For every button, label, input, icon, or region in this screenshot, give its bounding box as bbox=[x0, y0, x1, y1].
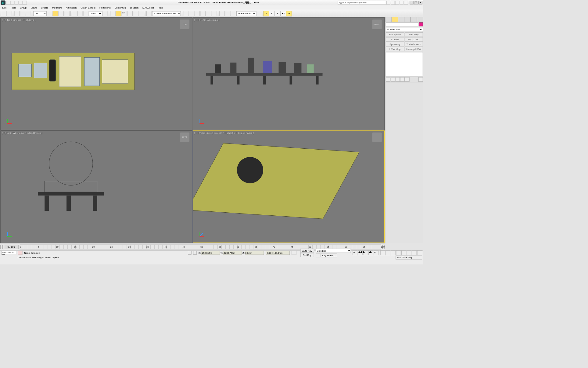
script-listener-icon[interactable] bbox=[18, 251, 22, 255]
tab-modify-icon[interactable] bbox=[392, 17, 398, 22]
selection-filter[interactable]: All bbox=[33, 11, 46, 16]
tab-motion-icon[interactable] bbox=[404, 17, 411, 22]
search-input[interactable] bbox=[338, 1, 386, 5]
axis-z-button[interactable]: Z bbox=[275, 11, 281, 16]
comm-center-icon[interactable] bbox=[391, 1, 395, 5]
axis-xy2-button[interactable]: XY bbox=[286, 11, 292, 16]
viewcube-left-icon[interactable]: LEFT bbox=[180, 133, 190, 142]
mod-unwrapuvw[interactable]: Unwrap UVW bbox=[404, 47, 423, 51]
zoom-extents-icon[interactable] bbox=[391, 250, 396, 255]
favorites-icon[interactable] bbox=[400, 1, 403, 5]
menu-animation[interactable]: Animation bbox=[66, 6, 77, 9]
ref-coord-system[interactable]: View bbox=[89, 11, 102, 16]
menu-views[interactable]: Views bbox=[30, 6, 37, 9]
manipulate-icon[interactable] bbox=[110, 11, 115, 16]
unlink-icon[interactable] bbox=[20, 11, 25, 16]
viewport-front[interactable]: [ + ] Front [ Wireframe ] FRONT bbox=[193, 17, 385, 130]
move-icon[interactable] bbox=[72, 11, 77, 16]
mod-edit-spline[interactable]: Edit Spline bbox=[386, 32, 404, 37]
object-color-swatch[interactable] bbox=[419, 22, 423, 26]
viewcube-top-icon[interactable]: TOP bbox=[180, 19, 190, 29]
window-crossing-icon[interactable] bbox=[64, 11, 69, 16]
menu-customize[interactable]: Customize bbox=[115, 6, 126, 9]
percent-snap-icon[interactable] bbox=[133, 11, 138, 16]
menu-tools[interactable]: Tools bbox=[10, 6, 16, 9]
modifier-sets-icon[interactable] bbox=[418, 77, 423, 82]
welcome-panel[interactable]: Welcome to MA bbox=[1, 251, 16, 255]
mod-symmetry[interactable]: Symmetry bbox=[386, 42, 404, 46]
restore-button[interactable]: ❐ bbox=[414, 1, 418, 4]
advpainter-icon[interactable] bbox=[257, 11, 262, 16]
axis-y-button[interactable]: Y bbox=[269, 11, 275, 16]
setkey-big-icon[interactable] bbox=[316, 253, 320, 257]
orbit-icon[interactable] bbox=[412, 250, 417, 255]
keyboard-shortcut-icon[interactable] bbox=[116, 11, 121, 16]
redo-icon[interactable] bbox=[7, 11, 12, 16]
angle-snap-icon[interactable] bbox=[127, 11, 133, 16]
coord-x-field[interactable] bbox=[201, 251, 220, 255]
scale-icon[interactable] bbox=[83, 11, 88, 16]
setkey-button[interactable]: Set Key bbox=[300, 253, 314, 257]
goto-end-icon[interactable]: ⏭ bbox=[374, 250, 378, 255]
prev-frame-icon[interactable]: ◀◀ bbox=[358, 250, 363, 255]
axis-x-button[interactable]: X bbox=[263, 11, 269, 16]
qat-redo-icon[interactable] bbox=[23, 1, 27, 5]
viewport-left-label[interactable]: [ + ] Left [ Wireframe + Edged Faces ] bbox=[2, 132, 42, 134]
play-icon[interactable]: ▶ bbox=[363, 250, 368, 255]
pan-icon[interactable] bbox=[407, 250, 411, 255]
tab-create-icon[interactable] bbox=[385, 17, 392, 22]
advpainter-dropdown[interactable]: dvPainter.Ad bbox=[236, 11, 256, 16]
select-object-icon[interactable] bbox=[47, 11, 52, 16]
minimize-button[interactable]: – bbox=[410, 1, 414, 4]
help-icon[interactable] bbox=[404, 1, 408, 5]
mod-turbosmooth[interactable]: TurboSmooth bbox=[404, 42, 423, 46]
mod-extrude[interactable]: Extrude bbox=[386, 37, 404, 41]
subscription-icon[interactable] bbox=[395, 1, 399, 5]
app-icon[interactable]: ◎ bbox=[1, 0, 5, 5]
qat-open-icon[interactable] bbox=[10, 1, 14, 5]
zoom-extents-all-icon[interactable] bbox=[396, 250, 401, 255]
axis-xy-button[interactable]: XY bbox=[280, 11, 286, 16]
modifier-list-dropdown[interactable]: Modifier List bbox=[386, 27, 423, 31]
add-time-tag-button[interactable]: Add Time Tag bbox=[396, 256, 422, 260]
select-by-name-icon[interactable] bbox=[53, 11, 58, 16]
autokey-button[interactable]: Auto Key bbox=[300, 249, 314, 253]
viewport-front-label[interactable]: [ + ] Front [ Wireframe ] bbox=[194, 19, 219, 21]
qat-new-icon[interactable] bbox=[6, 1, 10, 5]
search-icon[interactable] bbox=[386, 1, 390, 5]
viewport-perspective-label[interactable]: [ + ] Perspective [ Smooth + Highlights … bbox=[194, 132, 254, 134]
rendered-frame-icon[interactable] bbox=[225, 11, 230, 16]
lock-selection-icon[interactable] bbox=[188, 251, 192, 254]
object-name-field[interactable] bbox=[386, 22, 418, 26]
coord-z-field[interactable] bbox=[245, 251, 264, 255]
menu-group[interactable]: Group bbox=[20, 6, 27, 9]
key-mode-dropdown[interactable]: Selected bbox=[316, 249, 351, 253]
show-end-result-icon[interactable] bbox=[391, 77, 395, 82]
viewcube-persp-icon[interactable] bbox=[372, 133, 382, 142]
menu-maxscript[interactable]: MAXScript bbox=[142, 6, 154, 9]
undo-icon[interactable] bbox=[1, 11, 6, 16]
menu-rendering[interactable]: Rendering bbox=[99, 6, 111, 9]
viewport-perspective[interactable]: [ + ] Perspective [ Smooth + Highlights … bbox=[193, 130, 385, 243]
field-of-view-icon[interactable] bbox=[401, 250, 406, 255]
mod-ffd[interactable]: FFD 2x2x2 bbox=[404, 37, 423, 41]
time-scroll-left-icon[interactable] bbox=[0, 245, 2, 249]
coord-y-field[interactable] bbox=[223, 251, 242, 255]
menu-create[interactable]: Create bbox=[41, 6, 48, 9]
mod-edit-poly[interactable]: Edit Poly bbox=[404, 32, 423, 37]
pin-stack-icon[interactable] bbox=[386, 77, 390, 82]
material-editor-icon[interactable] bbox=[212, 11, 217, 16]
maximize-viewport-icon[interactable] bbox=[417, 250, 422, 255]
named-sel-sets-icon[interactable] bbox=[146, 11, 152, 16]
menu-help[interactable]: Help bbox=[158, 6, 163, 9]
make-unique-icon[interactable] bbox=[396, 77, 400, 82]
zoom-all-icon[interactable] bbox=[385, 250, 390, 255]
keyfilters-button[interactable]: Key Filters... bbox=[321, 253, 337, 257]
tab-hierarchy-icon[interactable] bbox=[398, 17, 404, 22]
bind-spacewarp-icon[interactable] bbox=[26, 11, 31, 16]
menu-ofusion[interactable]: oFusion bbox=[130, 6, 138, 9]
snap-toggle-icon[interactable]: 2.5 bbox=[122, 11, 127, 16]
close-button[interactable]: ✕ bbox=[418, 1, 422, 4]
link-icon[interactable] bbox=[14, 11, 20, 16]
adaptive-degradation-icon[interactable] bbox=[292, 251, 296, 255]
